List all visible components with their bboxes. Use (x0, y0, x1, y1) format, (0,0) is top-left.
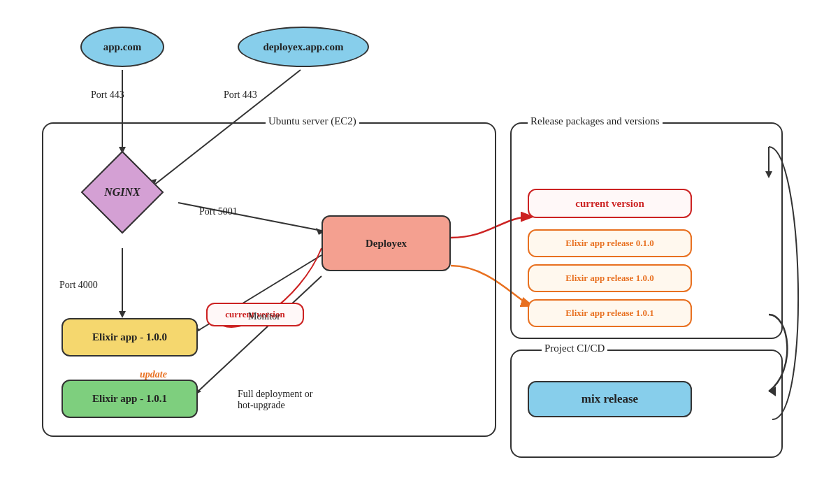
nginx-diamond-wrapper: NGINX (80, 150, 164, 234)
nginx-label: NGINX (80, 150, 164, 234)
port-443-left: Port 443 (91, 89, 124, 101)
port-4000: Port 4000 (59, 280, 98, 291)
update-label: update (140, 369, 167, 380)
ubuntu-title: Ubuntu server (EC2) (266, 115, 359, 127)
diagram-container: Ubuntu server (EC2) Release packages and… (0, 0, 831, 504)
deployex-box: Deployex (321, 215, 451, 271)
deployex-app-com-oval: deployex.app.com (238, 27, 369, 67)
port-5001: Port 5001 (199, 206, 238, 217)
monitor-label: Monitor (248, 311, 280, 322)
release-title: Release packages and versions (528, 115, 663, 127)
full-deployment-label: Full deployment or hot-upgrade (238, 377, 312, 411)
app-com-oval: app.com (80, 27, 164, 67)
release-010-box: Elixir app release 0.1.0 (528, 229, 692, 257)
cicd-title: Project CI/CD (542, 343, 607, 354)
port-443-right: Port 443 (224, 89, 257, 101)
release-101-box: Elixir app release 1.0.1 (528, 299, 692, 327)
mix-release-box: mix release (528, 381, 692, 417)
elixir-100-box: Elixir app - 1.0.0 (62, 318, 198, 357)
current-version-big: current version (528, 189, 692, 218)
release-100-box: Elixir app release 1.0.0 (528, 264, 692, 292)
elixir-101-box: Elixir app - 1.0.1 (62, 380, 198, 418)
